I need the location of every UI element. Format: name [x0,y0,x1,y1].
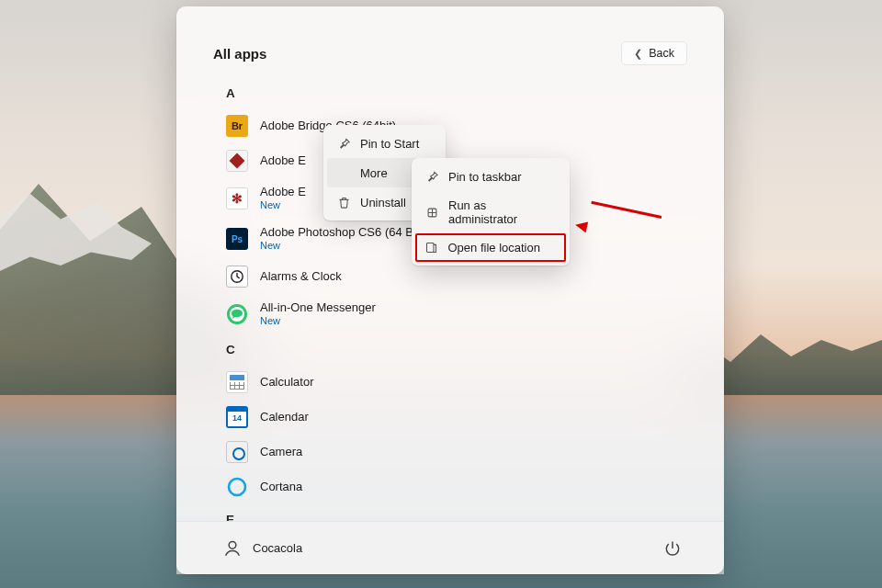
app-cortana[interactable]: Cortana [219,469,687,504]
blank-icon [336,165,351,180]
ctx-run-as-administrator[interactable]: Run as administrator [415,191,566,233]
pin-icon [424,169,439,184]
adobe-extension-manager-icon: ✻ [226,187,248,209]
app-label: Calculator [260,375,314,390]
ctx-pin-to-start[interactable]: Pin to Start [327,129,442,158]
adobe-bridge-icon: Br [226,115,248,137]
app-camera[interactable]: Camera [219,435,687,469]
ctx-label: Uninstall [360,196,406,209]
svg-point-4 [229,541,236,548]
user-avatar-icon [222,538,243,559]
user-account-button[interactable]: Cocacola [213,533,311,564]
new-badge: New [260,315,376,328]
power-icon [663,539,682,558]
app-calendar[interactable]: Calendar [219,400,687,435]
app-calculator[interactable]: Calculator [219,365,687,400]
new-badge: New [260,240,424,253]
app-label: Adobe E [260,185,306,199]
ctx-label: Pin to taskbar [448,170,522,184]
calendar-icon [226,406,248,428]
app-label: Alarms & Clock [260,269,342,284]
new-badge: New [260,199,306,212]
svg-point-3 [229,479,245,495]
clock-icon [226,266,248,288]
app-adobe-bridge[interactable]: Br Adobe Bridge CS6 (64bit) [219,108,687,143]
ctx-pin-to-taskbar[interactable]: Pin to taskbar [415,162,566,191]
ctx-label: Run as administrator [448,198,557,226]
user-name: Cocacola [253,541,302,555]
shield-icon [424,205,439,220]
start-menu-all-apps: All apps ❮ Back A Br Adobe Bridge CS6 (6… [176,6,724,574]
messenger-icon [226,303,248,325]
back-label: Back [649,47,674,60]
folder-icon [424,241,439,255]
app-label: All-in-One Messenger [260,300,376,315]
ctx-label: More [360,166,388,180]
app-label: Cortana [260,480,302,494]
app-label: Calendar [260,410,309,424]
camera-icon [226,441,248,463]
section-heading-c[interactable]: C [219,334,687,365]
start-footer: Cocacola [176,521,724,574]
app-all-in-one-messenger[interactable]: All-in-One Messenger New [219,294,687,334]
section-heading-a[interactable]: A [219,78,687,108]
trash-icon [336,195,351,209]
page-title: All apps [213,46,266,62]
app-label: Camera [260,445,302,459]
header: All apps ❮ Back [213,41,687,65]
context-submenu-more: Pin to taskbar Run as administrator Open… [412,158,570,266]
svg-rect-6 [427,243,435,253]
adobe-extendscript-icon [226,150,248,172]
app-label: Adobe E [260,153,306,168]
adobe-photoshop-icon: Ps [226,228,248,250]
power-button[interactable] [658,534,687,563]
chevron-left-icon: ❮ [634,48,642,60]
ctx-open-file-location[interactable]: Open file location [415,233,566,262]
app-list: A Br Adobe Bridge CS6 (64bit) Adobe E ✻ … [213,78,687,521]
ctx-label: Open file location [448,241,540,254]
cortana-icon [226,476,248,498]
pin-icon [336,136,351,151]
app-label: Adobe Photoshop CS6 (64 Bit) [260,225,424,240]
calculator-icon [226,371,248,393]
back-button[interactable]: ❮ Back [621,41,687,65]
section-heading-e[interactable]: E [219,504,687,521]
ctx-label: Pin to Start [360,137,419,151]
